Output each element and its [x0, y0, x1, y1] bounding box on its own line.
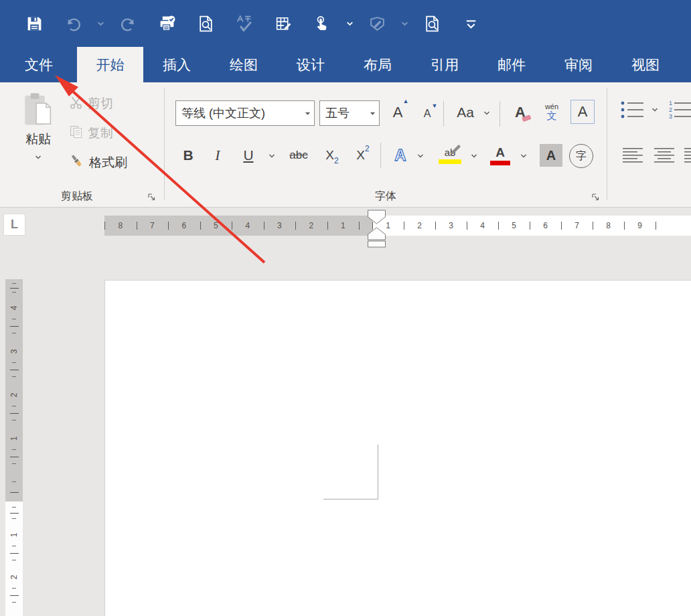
tab-design[interactable]: 设计 — [277, 47, 344, 82]
print-preview-icon — [197, 15, 215, 33]
font-group-label: 字体 — [165, 189, 607, 204]
subscript-label: X — [325, 148, 334, 163]
subscript-digit: 2 — [334, 156, 339, 165]
text-effects-chevron[interactable] — [414, 145, 427, 167]
spelling-button[interactable] — [225, 8, 264, 39]
underline-chevron[interactable] — [265, 145, 279, 167]
bullets-chevron[interactable] — [648, 100, 662, 120]
tab-layout[interactable]: 布局 — [344, 47, 411, 82]
superscript-button[interactable]: X 2 — [350, 141, 376, 169]
quick-print-button[interactable] — [147, 8, 186, 39]
undo-icon — [64, 15, 82, 33]
tab-home[interactable]: 开始 — [77, 47, 143, 82]
ribbon-tab-bar: 文件开始插入绘图设计布局引用邮件审阅视图 — [0, 47, 691, 82]
font-name-value: 等线 (中文正文) — [176, 105, 301, 121]
touch-mode-dropdown-chevron[interactable] — [341, 8, 358, 39]
find-icon — [423, 15, 441, 33]
grow-font-letter: A — [393, 104, 403, 121]
save-icon — [25, 15, 44, 33]
tab-references[interactable]: 引用 — [411, 47, 478, 82]
shrink-font-button[interactable]: A ▼ — [415, 101, 439, 127]
character-border-button[interactable]: A — [570, 100, 595, 124]
customize-qat-icon — [462, 15, 480, 33]
font-name-dropdown-chevron[interactable] — [301, 110, 314, 117]
phonetic-guide-button[interactable]: wén 文 — [538, 96, 565, 128]
highlight-color-bar — [439, 159, 461, 164]
highlight-button[interactable]: ab — [434, 140, 466, 171]
font-size-combobox[interactable]: 五号 — [319, 100, 380, 126]
touch-mode-button[interactable] — [303, 8, 341, 39]
font-name-combobox[interactable]: 等线 (中文正文) — [175, 100, 315, 126]
superscript-label: X — [356, 148, 365, 163]
touch-mode-icon — [313, 15, 331, 33]
underline-label: U — [243, 147, 253, 163]
enclose-characters-button[interactable]: 字 — [569, 144, 593, 168]
undo-button[interactable] — [54, 8, 92, 39]
font-dialog-launcher-icon[interactable] — [591, 192, 601, 202]
document-workspace: L 87654321 123456789 4321 12 — [0, 208, 691, 616]
tab-review[interactable]: 审阅 — [545, 47, 612, 82]
left-indent-marker — [368, 241, 386, 247]
draw-table-icon — [275, 15, 293, 33]
font-color-chevron[interactable] — [517, 145, 530, 167]
paste-button[interactable]: 粘贴 — [16, 89, 60, 176]
tab-view[interactable]: 视图 — [612, 47, 679, 82]
print-preview-button[interactable] — [186, 8, 225, 39]
ink-dropdown-chevron[interactable] — [396, 8, 412, 39]
ruler-number: 1 — [341, 221, 346, 230]
horizontal-ruler: 123456789 — [372, 216, 691, 236]
tab-mailings[interactable]: 邮件 — [478, 47, 545, 82]
clear-formatting-button[interactable]: A — [506, 98, 534, 127]
italic-button[interactable]: I — [208, 141, 228, 169]
find-button[interactable] — [412, 8, 451, 39]
tab-stop-selector[interactable]: L — [3, 214, 25, 236]
document-page[interactable] — [105, 281, 691, 616]
hanging-indent-marker — [368, 228, 386, 240]
font-color-button[interactable]: A — [487, 140, 513, 171]
group-separator — [607, 88, 607, 200]
strikethrough-button[interactable]: abc — [284, 141, 313, 169]
ruler-number: 4 — [245, 221, 250, 230]
ruler-number: 8 — [118, 221, 123, 230]
font-size-dropdown-chevron[interactable] — [366, 110, 379, 117]
underline-button[interactable]: U — [237, 141, 260, 169]
clipboard-dialog-launcher-icon[interactable] — [147, 192, 157, 202]
undo-dropdown-chevron[interactable] — [92, 8, 108, 39]
text-effects-button[interactable]: A — [388, 141, 412, 169]
tab-draw[interactable]: 绘图 — [210, 47, 277, 82]
indent-markers[interactable] — [368, 210, 386, 252]
ruler-number: 2 — [9, 575, 19, 580]
word-window: 文件开始插入绘图设计布局引用邮件审阅视图 粘贴 — [0, 0, 691, 616]
highlight-chevron[interactable] — [467, 145, 481, 167]
cut-button[interactable]: 剪切 — [69, 93, 113, 114]
numbering-button[interactable]: 123 — [668, 97, 691, 123]
format-painter-button[interactable]: 格式刷 — [69, 152, 127, 173]
customize-qat-button[interactable] — [451, 8, 490, 39]
align-justify-button[interactable] — [682, 144, 691, 168]
subscript-button[interactable]: X 2 — [319, 141, 346, 169]
change-case-button[interactable]: Aa — [450, 98, 481, 127]
quick-access-toolbar — [15, 8, 490, 39]
grow-font-button[interactable]: A ▲ — [386, 98, 410, 127]
small-separator — [443, 101, 444, 127]
vertical-ruler: 12 — [5, 502, 23, 616]
paste-dropdown-chevron[interactable] — [34, 152, 42, 164]
redo-button[interactable] — [108, 8, 147, 39]
change-case-chevron[interactable] — [481, 102, 493, 124]
shrink-font-letter: A — [424, 108, 431, 119]
ink-button[interactable] — [358, 8, 396, 39]
align-left-button[interactable] — [620, 144, 647, 168]
bullets-button[interactable] — [619, 97, 647, 123]
ribbon: 粘贴 剪切 — [0, 82, 691, 208]
copy-button[interactable]: 复制 — [69, 123, 113, 144]
save-button[interactable] — [15, 8, 54, 39]
first-line-indent-marker — [368, 210, 386, 224]
font-color-bar — [490, 161, 510, 165]
bold-button[interactable]: B — [178, 141, 198, 169]
draw-table-button[interactable] — [264, 8, 303, 39]
character-shading-button[interactable]: A — [540, 144, 562, 167]
tab-file[interactable]: 文件 — [16, 47, 62, 82]
align-center-button[interactable] — [651, 144, 678, 168]
tab-insert[interactable]: 插入 — [143, 47, 210, 82]
ruler-number: 1 — [9, 436, 19, 441]
